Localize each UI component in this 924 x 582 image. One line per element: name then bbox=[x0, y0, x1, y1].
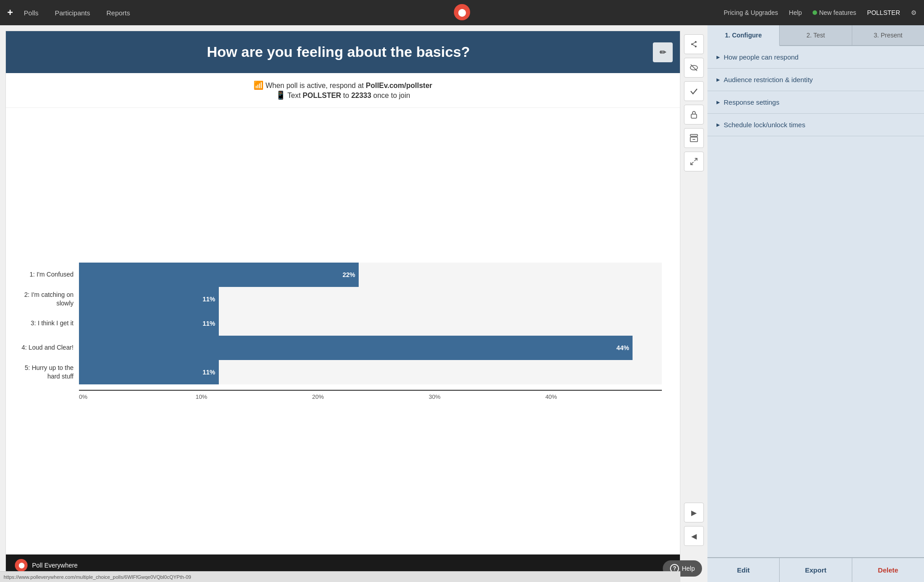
export-button[interactable]: Export bbox=[780, 558, 852, 582]
nav-participants[interactable]: Participants bbox=[55, 9, 90, 17]
svg-rect-10 bbox=[690, 134, 698, 136]
right-toolbar bbox=[684, 34, 704, 171]
nav-reports[interactable]: Reports bbox=[106, 9, 130, 17]
svg-rect-9 bbox=[691, 114, 697, 118]
sidebar-tabs: 1. Configure 2. Test 3. Present bbox=[707, 25, 924, 46]
arrow-icon3: ▶ bbox=[716, 100, 720, 105]
svg-point-3 bbox=[695, 41, 697, 43]
status-bar: https://www.polleverywhere.com/multiple_… bbox=[0, 571, 680, 582]
svg-line-13 bbox=[694, 158, 697, 161]
text-code: POLLSTER bbox=[303, 92, 341, 99]
section-schedule-label: Schedule lock/unlock times bbox=[724, 121, 805, 129]
footer-logo: ⬤ bbox=[15, 559, 28, 572]
archive-button[interactable] bbox=[684, 128, 704, 148]
bar-label: 2: I'm catching on slowly bbox=[15, 291, 74, 307]
settings-icon[interactable]: ⚙ bbox=[911, 9, 917, 16]
sidebar-content: ▶ How people can respond ▶ Audience rest… bbox=[707, 46, 924, 557]
help-nav-link[interactable]: Help bbox=[789, 9, 802, 16]
bar-track: 44% bbox=[79, 336, 662, 360]
svg-point-4 bbox=[695, 46, 697, 47]
instruction-line2: 📱 Text POLLSTER to 22333 once to join bbox=[13, 90, 673, 100]
nav-right: Pricing & Upgrades Help New features POL… bbox=[724, 9, 917, 16]
help-label: Help bbox=[682, 565, 695, 572]
svg-line-6 bbox=[693, 45, 695, 46]
nav-links: Polls Participants Reports bbox=[24, 9, 724, 17]
bar-track: 11% bbox=[79, 287, 662, 311]
instruction-line1: 📶 When poll is active, respond at PollEv… bbox=[13, 80, 673, 90]
status-url: https://www.polleverywhere.com/multiple_… bbox=[4, 574, 191, 580]
app-logo: ⬤ bbox=[454, 4, 470, 22]
bar-fill: 11% bbox=[79, 287, 219, 311]
axis-tick: 30% bbox=[429, 393, 545, 400]
correct-button[interactable] bbox=[684, 81, 704, 101]
section-how-people-header[interactable]: ▶ How people can respond bbox=[707, 46, 924, 68]
section-response-label: Response settings bbox=[724, 98, 779, 106]
bar-label: 1: I'm Confused bbox=[15, 270, 74, 278]
back-button[interactable]: ◀ bbox=[684, 526, 704, 546]
hide-button[interactable] bbox=[684, 58, 704, 78]
new-features-dot bbox=[813, 10, 817, 15]
bar-row: 5: Hurry up to the hard stuff11% bbox=[15, 360, 662, 384]
svg-point-2 bbox=[691, 43, 693, 45]
poll-area: How are you feeling about the basics? ✏ … bbox=[0, 25, 707, 582]
tab-present[interactable]: 3. Present bbox=[852, 25, 924, 45]
top-navigation: + Polls Participants Reports ⬤ Pricing &… bbox=[0, 0, 924, 25]
sidebar-actions: Edit Export Delete bbox=[707, 557, 924, 582]
poll-title: How are you feeling about the basics? bbox=[24, 44, 653, 60]
bar-track: 11% bbox=[79, 311, 662, 336]
section-how-people: ▶ How people can respond bbox=[707, 46, 924, 69]
arrow-icon4: ▶ bbox=[716, 122, 720, 127]
main-layout: How are you feeling about the basics? ✏ … bbox=[0, 25, 924, 582]
bar-label: 3: I think I get it bbox=[15, 319, 74, 327]
section-audience-header[interactable]: ▶ Audience restriction & identity bbox=[707, 69, 924, 91]
tab-configure[interactable]: 1. Configure bbox=[707, 25, 780, 46]
section-schedule-header[interactable]: ▶ Schedule lock/unlock times bbox=[707, 114, 924, 136]
bar-track: 11% bbox=[79, 360, 662, 384]
chart-area: 1: I'm Confused22%2: I'm catching on slo… bbox=[6, 108, 680, 554]
poll-url: PollEv.com/pollster bbox=[366, 82, 432, 89]
wifi-icon: 📶 bbox=[254, 81, 263, 90]
account-menu[interactable]: POLLSTER bbox=[867, 9, 900, 16]
edit-poll-button[interactable]: ✏ bbox=[653, 42, 673, 62]
section-how-people-label: How people can respond bbox=[724, 53, 799, 61]
svg-text:⬤: ⬤ bbox=[458, 9, 466, 17]
footer-text: Poll Everywhere bbox=[32, 562, 78, 569]
arrow-icon: ▶ bbox=[716, 55, 720, 60]
bar-chart: 1: I'm Confused22%2: I'm catching on slo… bbox=[15, 263, 662, 400]
section-response-header[interactable]: ▶ Response settings bbox=[707, 91, 924, 113]
bar-row: 1: I'm Confused22% bbox=[15, 263, 662, 287]
poll-header: How are you feeling about the basics? ✏ bbox=[6, 31, 680, 73]
nav-polls[interactable]: Polls bbox=[24, 9, 39, 17]
poll-instructions: 📶 When poll is active, respond at PollEv… bbox=[6, 73, 680, 108]
svg-line-5 bbox=[693, 42, 695, 44]
bar-fill: 11% bbox=[79, 360, 219, 384]
arrow-icon2: ▶ bbox=[716, 77, 720, 82]
bar-fill: 44% bbox=[79, 336, 633, 360]
chart-axis: 0%10%20%30%40% bbox=[79, 390, 662, 400]
connect-button[interactable] bbox=[684, 34, 704, 54]
delete-button[interactable]: Delete bbox=[852, 558, 924, 582]
axis-tick: 40% bbox=[545, 393, 662, 400]
bar-row: 2: I'm catching on slowly11% bbox=[15, 287, 662, 311]
pricing-link[interactable]: Pricing & Upgrades bbox=[724, 9, 778, 16]
section-schedule: ▶ Schedule lock/unlock times bbox=[707, 114, 924, 136]
axis-tick: 0% bbox=[79, 393, 195, 400]
expand-button[interactable] bbox=[684, 152, 704, 171]
bar-fill: 11% bbox=[79, 311, 219, 336]
bar-fill: 22% bbox=[79, 263, 359, 287]
text-number: 22333 bbox=[351, 92, 371, 99]
phone-icon: 📱 bbox=[276, 91, 286, 100]
section-audience: ▶ Audience restriction & identity bbox=[707, 69, 924, 91]
tab-test[interactable]: 2. Test bbox=[780, 25, 852, 45]
axis-tick: 10% bbox=[195, 393, 312, 400]
edit-button[interactable]: Edit bbox=[707, 558, 780, 582]
poll-slide: How are you feeling about the basics? ✏ … bbox=[5, 31, 680, 577]
play-button[interactable]: ▶ bbox=[684, 503, 704, 522]
section-response: ▶ Response settings bbox=[707, 91, 924, 114]
axis-tick: 20% bbox=[312, 393, 429, 400]
add-button[interactable]: + bbox=[7, 7, 13, 18]
lock-button[interactable] bbox=[684, 105, 704, 125]
new-features-link[interactable]: New features bbox=[813, 9, 856, 16]
bar-track: 22% bbox=[79, 263, 662, 287]
svg-line-14 bbox=[691, 162, 693, 165]
